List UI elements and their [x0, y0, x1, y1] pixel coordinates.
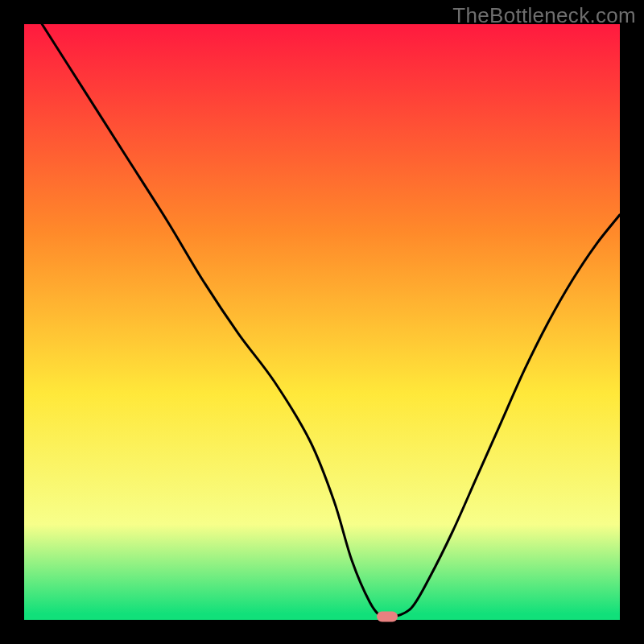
optimal-point-marker: [377, 612, 398, 622]
gradient-background: [24, 24, 620, 620]
plot-area: [24, 24, 620, 620]
watermark-text: TheBottleneck.com: [452, 3, 636, 28]
chart-frame: TheBottleneck.com: [0, 0, 644, 644]
chart-svg: [24, 24, 620, 620]
